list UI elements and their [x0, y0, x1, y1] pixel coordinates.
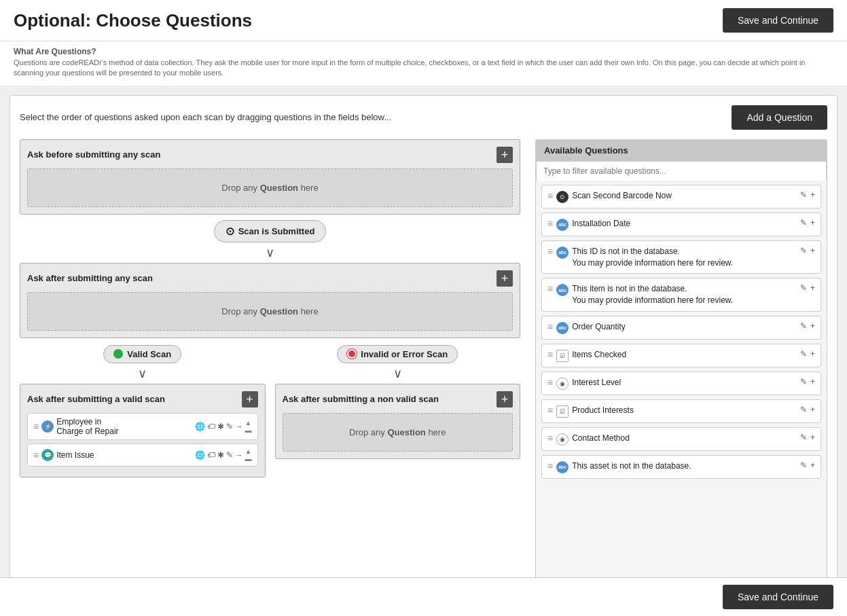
ask-before-drop-zone[interactable]: Drop any Question here	[27, 168, 513, 207]
question-item-employee: ≡ ⚡ Employee in Charge of Repair 🌐	[27, 413, 258, 440]
plus-icon-contact-method[interactable]: +	[810, 433, 815, 442]
avail-q-right-product-interests: ✎ +	[800, 405, 815, 414]
drag-handle-contact-method[interactable]: ≡	[547, 433, 553, 443]
pencil-icon-install[interactable]: ✎	[800, 218, 807, 228]
ask-non-valid-drop-zone[interactable]: Drop any Question here	[283, 413, 513, 452]
drag-handle-id-not-db[interactable]: ≡	[547, 246, 553, 257]
avail-q-right-interest-level: ✎ +	[800, 377, 815, 386]
avail-q-left-item-not-db: ≡ abc This item is not in the database.Y…	[547, 283, 800, 306]
avail-question-items-checked: ≡ ☑ Items Checked ✎ +	[541, 344, 821, 367]
ask-after-drop-zone[interactable]: Drop any Question here	[27, 292, 513, 331]
page-title: Optional: Choose Questions	[14, 10, 252, 31]
drag-handle-product-interests[interactable]: ≡	[547, 405, 553, 416]
globe-icon-issue[interactable]: 🌐	[195, 450, 205, 460]
pencil-icon-item-not-db[interactable]: ✎	[800, 283, 807, 293]
pencil-icon-barcode[interactable]: ✎	[800, 190, 807, 200]
tag-icon-employee[interactable]: 🏷	[207, 422, 215, 431]
globe-icon-employee[interactable]: 🌐	[195, 422, 205, 431]
plus-icon-order-qty[interactable]: +	[810, 321, 815, 331]
question-bold3: Question	[387, 427, 425, 437]
items-checked-icon: ☑	[556, 350, 569, 362]
asset-not-db-icon: abc	[556, 461, 569, 473]
ask-after-label: Ask after submitting any scan	[27, 273, 153, 283]
avail-q-right-install: ✎ +	[800, 218, 815, 228]
ask-valid-header: Ask after submitting a valid scan +	[27, 391, 258, 407]
scan-submitted-section: ⊙ Scan is Submitted	[20, 220, 520, 242]
avail-q-left-product-interests: ≡ ☑ Product Interests	[547, 405, 800, 418]
up-icon-issue[interactable]: ▲	[245, 448, 252, 455]
drag-handle-items-checked[interactable]: ≡	[547, 349, 553, 360]
pencil-icon-id-not-db[interactable]: ✎	[800, 246, 807, 255]
plus-icon-asset-not-db[interactable]: +	[810, 460, 815, 470]
question-item-right-employee: 🌐 🏷 ✱ ✎ → ▲ ▬	[195, 419, 252, 434]
avail-q-left-order-qty: ≡ abc Order Quantity	[547, 321, 800, 334]
plus-icon-item-not-db[interactable]: +	[810, 283, 815, 293]
down-icon-issue[interactable]: ▬	[245, 455, 252, 463]
valid-scan-dot	[113, 349, 123, 359]
avail-q-right-id-not-db: ✎ +	[800, 246, 815, 255]
avail-question-id-not-db: ≡ abc This ID is not in the database.You…	[541, 240, 821, 274]
arrow-icon-employee[interactable]: →	[235, 422, 243, 431]
drag-handle-item-not-db[interactable]: ≡	[547, 283, 553, 294]
plus-icon-install[interactable]: +	[810, 218, 815, 228]
drag-handle-order-qty[interactable]: ≡	[547, 321, 553, 332]
avail-q-left-interest-level: ≡ ◉ Interest Level	[547, 377, 800, 390]
pencil-icon-contact-method[interactable]: ✎	[800, 433, 807, 442]
right-column: Available Questions ≡ ⊙ Scan Second Barc…	[535, 139, 827, 601]
employee-icon: ⚡	[41, 420, 54, 433]
pencil-icon-asset-not-db[interactable]: ✎	[800, 460, 807, 470]
invalid-scan-col: Invalid or Error Scan ∨ Ask after submit…	[275, 345, 521, 482]
save-continue-bottom-button[interactable]: Save and Continue	[723, 585, 833, 609]
asterisk-icon-issue[interactable]: ✱	[217, 450, 224, 460]
invalid-scan-label: Invalid or Error Scan	[361, 349, 448, 359]
drag-handle-install[interactable]: ≡	[547, 218, 553, 229]
asterisk-icon-employee[interactable]: ✱	[217, 422, 224, 431]
valid-scan-col: Valid Scan ∨ Ask after submitting a vali…	[20, 345, 266, 482]
question-item-left-employee: ≡ ⚡ Employee in Charge of Repair	[33, 417, 119, 436]
left-scroll-area[interactable]: Ask before submitting any scan + Drop an…	[20, 139, 526, 601]
invalid-chevron-down-icon: ∨	[275, 366, 521, 381]
up-icon-employee[interactable]: ▲	[245, 419, 252, 427]
drag-handle-asset-not-db[interactable]: ≡	[547, 460, 553, 471]
ask-before-add-button[interactable]: +	[497, 147, 513, 163]
employee-name: Employee in Charge of Repair	[56, 417, 118, 436]
question-item-right-issue: 🌐 🏷 ✱ ✎ → ▲ ▬	[195, 448, 252, 463]
plus-icon-id-not-db[interactable]: +	[810, 246, 815, 255]
drag-handle-employee[interactable]: ≡	[33, 421, 39, 432]
filter-input[interactable]	[536, 161, 827, 181]
avail-q-right-item-not-db: ✎ +	[800, 283, 815, 293]
avail-question-contact-method: ≡ ◉ Contact Method ✎ +	[541, 427, 821, 451]
plus-icon-items-checked[interactable]: +	[810, 349, 815, 359]
ask-after-add-button[interactable]: +	[497, 270, 513, 287]
plus-icon-product-interests[interactable]: +	[810, 405, 815, 414]
ask-non-valid-add-button[interactable]: +	[497, 391, 513, 407]
pencil-icon-employee[interactable]: ✎	[226, 422, 233, 431]
pencil-icon-product-interests[interactable]: ✎	[800, 405, 807, 414]
avail-question-asset-not-db: ≡ abc This asset is not in the database.…	[541, 455, 821, 479]
valid-scan-btn-row: Valid Scan	[20, 345, 266, 363]
pencil-icon-issue[interactable]: ✎	[226, 450, 233, 460]
issue-icon: 💬	[41, 449, 54, 461]
drag-handle-interest-level[interactable]: ≡	[547, 377, 553, 388]
item-not-db-icon: abc	[556, 284, 569, 296]
plus-icon-barcode[interactable]: +	[810, 190, 815, 200]
ask-before-label: Ask before submitting any scan	[27, 149, 161, 160]
down-icon-employee[interactable]: ▬	[245, 427, 252, 434]
ask-valid-add-button[interactable]: +	[242, 391, 258, 407]
tag-icon-issue[interactable]: 🏷	[207, 450, 215, 460]
drag-handle-issue[interactable]: ≡	[33, 450, 39, 460]
scan-submitted-label: Scan is Submitted	[238, 226, 315, 236]
pencil-icon-items-checked[interactable]: ✎	[800, 349, 807, 359]
invalid-scan-dot	[347, 349, 357, 359]
install-date-icon: abc	[556, 219, 569, 231]
pencil-icon-interest-level[interactable]: ✎	[800, 377, 807, 386]
save-continue-top-button[interactable]: Save and Continue	[723, 8, 833, 33]
arrow-icon-issue[interactable]: →	[235, 450, 243, 460]
drag-handle-barcode[interactable]: ≡	[547, 190, 553, 201]
employee-name-line1: Employee in	[56, 417, 118, 427]
pencil-icon-order-qty[interactable]: ✎	[800, 321, 807, 331]
plus-icon-interest-level[interactable]: +	[810, 377, 815, 386]
add-question-button[interactable]: Add a Question	[732, 105, 827, 130]
question-bold: Question	[260, 183, 298, 193]
order-qty-name: Order Quantity	[572, 321, 626, 333]
